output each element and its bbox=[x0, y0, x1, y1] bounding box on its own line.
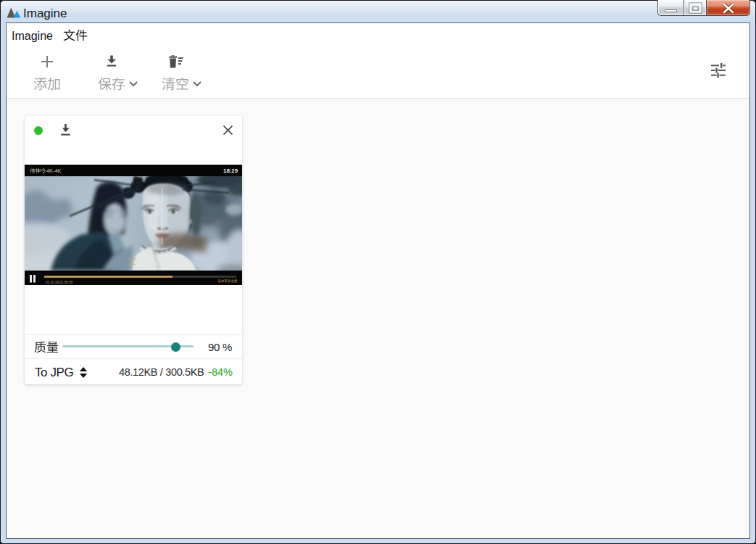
svg-text:01:20:18/01:59:59: 01:20:18/01:59:59 bbox=[46, 281, 72, 284]
svg-text:4K-4K: 4K-4K bbox=[46, 168, 62, 174]
svg-text:18:29: 18:29 bbox=[223, 168, 238, 174]
svg-text:Master: Master bbox=[129, 263, 138, 266]
